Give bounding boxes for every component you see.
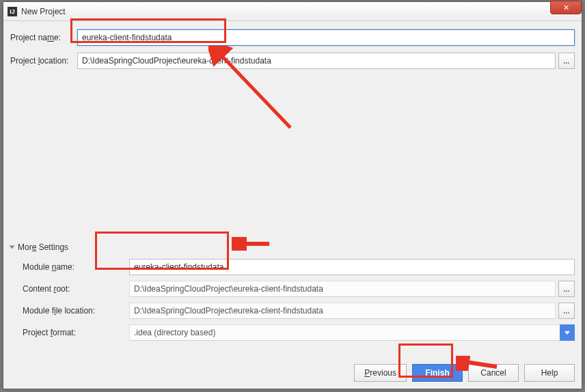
module-name-input[interactable] bbox=[129, 259, 575, 275]
project-format-row: Project format: .idea (directory based) bbox=[23, 324, 575, 341]
help-button[interactable]: Help bbox=[524, 364, 575, 382]
module-file-location-label: Module file location: bbox=[23, 306, 129, 316]
module-name-row: Module name: bbox=[23, 259, 575, 275]
close-icon: ✕ bbox=[563, 3, 569, 12]
app-icon: IJ bbox=[8, 7, 17, 16]
close-button[interactable]: ✕ bbox=[550, 1, 582, 14]
previous-button[interactable]: Previous bbox=[354, 364, 407, 382]
window-title: New Project bbox=[21, 7, 66, 16]
module-name-label: Module name: bbox=[23, 262, 129, 272]
dialog-content: Project name: Project location: … More S… bbox=[3, 21, 582, 389]
project-name-row: Project name: bbox=[10, 29, 575, 46]
content-root-input[interactable]: D:\IdeaSpringCloudProject\eureka-client-… bbox=[129, 281, 556, 297]
titlebar: IJ New Project ✕ bbox=[3, 2, 582, 21]
project-location-label: Project location: bbox=[10, 56, 77, 66]
ellipsis-icon: … bbox=[563, 307, 570, 315]
more-settings-section: Module name: Content root: D:\IdeaSpring… bbox=[10, 259, 575, 341]
button-bar: Previous Finish Cancel Help bbox=[354, 364, 575, 382]
project-location-input[interactable] bbox=[77, 53, 556, 69]
module-file-location-input[interactable]: D:\IdeaSpringCloudProject\eureka-client-… bbox=[129, 303, 556, 319]
more-settings-header[interactable]: More Settings bbox=[10, 242, 575, 252]
cancel-button[interactable]: Cancel bbox=[468, 364, 519, 382]
collapse-icon bbox=[10, 246, 15, 249]
project-format-select[interactable]: .idea (directory based) bbox=[129, 324, 560, 341]
module-file-location-row: Module file location: D:\IdeaSpringCloud… bbox=[23, 303, 575, 319]
project-name-input[interactable] bbox=[77, 29, 575, 46]
ellipsis-icon: … bbox=[563, 57, 570, 65]
more-settings-label: More Settings bbox=[18, 242, 68, 252]
project-format-dropdown-button[interactable] bbox=[560, 324, 575, 341]
project-location-row: Project location: … bbox=[10, 53, 575, 69]
new-project-window: IJ New Project ✕ Project name: Project l… bbox=[3, 1, 582, 389]
browse-module-file-button[interactable]: … bbox=[558, 303, 575, 319]
project-format-label: Project format: bbox=[23, 328, 129, 337]
browse-location-button[interactable]: … bbox=[558, 53, 575, 69]
content-root-label: Content root: bbox=[23, 284, 129, 294]
finish-button[interactable]: Finish bbox=[412, 364, 463, 382]
content-root-row: Content root: D:\IdeaSpringCloudProject\… bbox=[23, 281, 575, 297]
project-name-label: Project name: bbox=[10, 33, 77, 42]
ellipsis-icon: … bbox=[563, 285, 570, 293]
browse-content-root-button[interactable]: … bbox=[558, 281, 575, 297]
